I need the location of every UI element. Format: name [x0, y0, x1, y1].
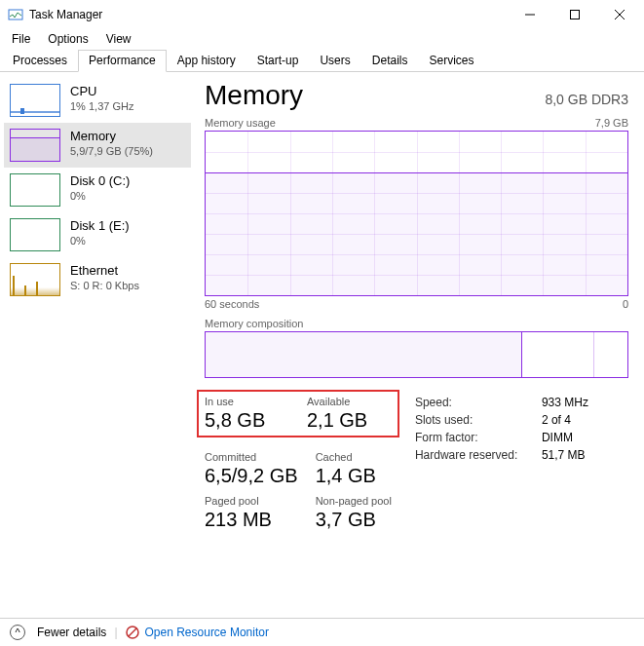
memory-usage-graph: [205, 131, 628, 296]
formfactor-value: DIMM: [542, 431, 573, 444]
speed-label: Speed:: [415, 396, 542, 409]
usage-graph-label: Memory usage: [205, 117, 276, 129]
sidebar-cpu-val: 1% 1,37 GHz: [70, 100, 133, 112]
paged-label: Paged pool: [205, 495, 298, 507]
available-label: Available: [307, 396, 392, 407]
graph-x-right: 0: [623, 298, 628, 310]
tab-performance[interactable]: Performance: [78, 50, 167, 72]
speed-value: 933 MHz: [542, 396, 588, 409]
nonpaged-value: 3,7 GB: [316, 509, 392, 531]
detail-pane: Memory 8,0 GB DDR3 Memory usage 7,9 GB 6…: [195, 72, 644, 618]
content: CPU 1% 1,37 GHz Memory 5,9/7,9 GB (75%) …: [0, 72, 644, 618]
formfactor-label: Form factor:: [415, 431, 542, 444]
cached-value: 1,4 GB: [316, 465, 392, 487]
menu-options[interactable]: Options: [40, 30, 95, 48]
sidebar-memory-val: 5,9/7,9 GB (75%): [70, 145, 153, 157]
monitor-icon: [126, 626, 139, 639]
sidebar-item-memory[interactable]: Memory 5,9/7,9 GB (75%): [4, 123, 191, 168]
sidebar-memory-name: Memory: [70, 129, 153, 143]
ethernet-thumb-icon: [10, 263, 60, 296]
sidebar-eth-name: Ethernet: [70, 263, 139, 278]
minimize-button[interactable]: [508, 0, 552, 29]
in-use-label: In use: [205, 396, 289, 407]
usage-graph-max: 7,9 GB: [595, 117, 628, 129]
memory-composition-graph: [205, 331, 628, 378]
disk0-thumb-icon: [10, 173, 60, 207]
disk1-thumb-icon: [10, 218, 60, 251]
stats: In use 5,8 GB Available 2,1 GB Committed…: [205, 396, 628, 531]
close-button[interactable]: [597, 0, 642, 29]
sidebar-cpu-name: CPU: [70, 84, 133, 98]
title-bar: Task Manager: [0, 0, 644, 29]
sidebar-eth-val: S: 0 R: 0 Kbps: [70, 280, 139, 291]
cpu-thumb-icon: [10, 84, 60, 117]
paged-value: 213 MB: [205, 509, 298, 531]
memory-capacity: 8,0 GB DDR3: [545, 92, 628, 107]
in-use-value: 5,8 GB: [205, 409, 289, 432]
page-title: Memory: [205, 80, 303, 111]
window-title: Task Manager: [29, 8, 508, 21]
memory-thumb-icon: [10, 129, 60, 162]
tab-users[interactable]: Users: [309, 50, 360, 72]
composition-label: Memory composition: [205, 318, 303, 329]
tab-processes[interactable]: Processes: [2, 50, 78, 72]
committed-label: Committed: [205, 451, 298, 463]
sidebar: CPU 1% 1,37 GHz Memory 5,9/7,9 GB (75%) …: [0, 72, 195, 618]
sidebar-item-cpu[interactable]: CPU 1% 1,37 GHz: [4, 78, 191, 123]
app-icon: [8, 7, 23, 22]
sidebar-disk0-name: Disk 0 (C:): [70, 173, 130, 188]
tab-startup[interactable]: Start-up: [246, 50, 310, 72]
menu-view[interactable]: View: [98, 30, 139, 48]
svg-line-6: [129, 628, 136, 636]
tab-bar: Processes Performance App history Start-…: [0, 49, 644, 72]
slots-value: 2 of 4: [542, 413, 571, 427]
hwreserved-label: Hardware reserved:: [415, 448, 542, 462]
sidebar-item-disk0[interactable]: Disk 0 (C:) 0%: [4, 168, 191, 212]
nonpaged-label: Non-paged pool: [316, 495, 392, 507]
sidebar-disk0-val: 0%: [70, 190, 130, 202]
hwreserved-value: 51,7 MB: [542, 448, 586, 462]
slots-label: Slots used:: [415, 413, 542, 427]
available-value: 2,1 GB: [307, 409, 392, 432]
menu-file[interactable]: File: [4, 30, 38, 48]
cached-label: Cached: [316, 451, 392, 463]
sidebar-item-disk1[interactable]: Disk 1 (E:) 0%: [4, 212, 191, 257]
sidebar-item-ethernet[interactable]: Ethernet S: 0 R: 0 Kbps: [4, 257, 191, 302]
committed-value: 6,5/9,2 GB: [205, 465, 298, 487]
fewer-details-link[interactable]: Fewer details: [37, 626, 106, 639]
sidebar-disk1-val: 0%: [70, 235, 130, 247]
tab-app-history[interactable]: App history: [167, 50, 246, 72]
chevron-up-icon[interactable]: ^: [10, 625, 25, 640]
menu-bar: File Options View: [0, 29, 644, 49]
sidebar-disk1-name: Disk 1 (E:): [70, 218, 130, 233]
maximize-button[interactable]: [552, 0, 597, 29]
tab-details[interactable]: Details: [361, 50, 419, 72]
tab-services[interactable]: Services: [418, 50, 484, 72]
graph-x-left: 60 seconds: [205, 298, 259, 310]
open-resource-monitor-link[interactable]: Open Resource Monitor: [126, 626, 269, 639]
footer: ^ Fewer details | Open Resource Monitor: [0, 618, 644, 645]
svg-rect-2: [571, 11, 580, 19]
